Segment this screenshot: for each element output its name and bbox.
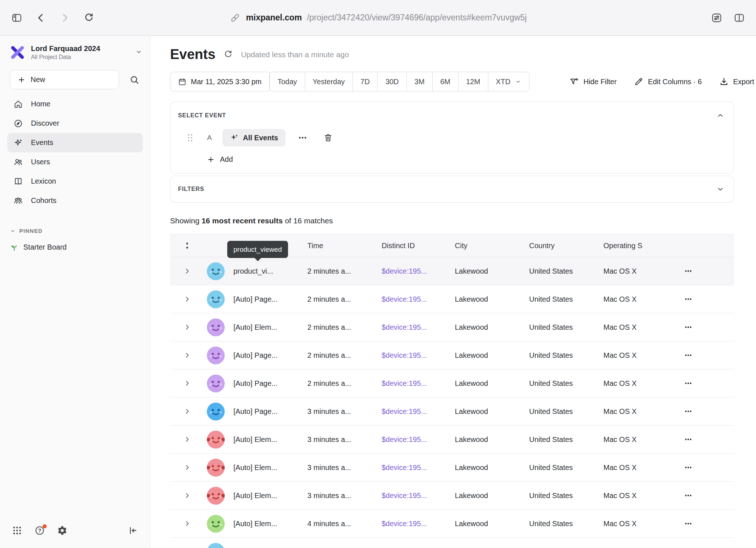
sidebar-item-discover[interactable]: Discover: [7, 114, 143, 133]
table-row[interactable]: [Auto] Elem... 4 minutes a... $device:19…: [170, 510, 734, 538]
distinct-id-link[interactable]: $device:195...: [382, 407, 455, 416]
sidebar-item-lexicon[interactable]: Lexicon: [7, 172, 143, 191]
project-switcher[interactable]: Lord Farquaad 2024 All Project Data: [10, 44, 143, 61]
sidebar-item-events[interactable]: Events: [7, 133, 143, 152]
table-row[interactable]: [170, 538, 734, 548]
settings-gear-icon[interactable]: [57, 525, 68, 536]
distinct-id-link[interactable]: $device:195...: [382, 323, 455, 332]
delete-event-icon[interactable]: [323, 132, 334, 143]
help-icon[interactable]: ?: [34, 525, 45, 536]
expand-row-icon[interactable]: [182, 266, 192, 276]
row-more-icon[interactable]: [682, 322, 694, 333]
row-more-icon[interactable]: [682, 406, 694, 417]
expand-row-icon[interactable]: [182, 463, 192, 472]
distinct-id-link[interactable]: $device:195...: [382, 295, 455, 304]
distinct-id-link[interactable]: $device:195...: [382, 435, 455, 444]
new-button[interactable]: New: [10, 70, 119, 89]
expand-row-icon[interactable]: [182, 351, 192, 360]
expand-row-icon[interactable]: [182, 519, 192, 528]
add-event-button[interactable]: Add: [207, 155, 233, 164]
collapse-sidebar-icon[interactable]: [127, 525, 138, 536]
range-button-3m[interactable]: 3M: [406, 72, 433, 91]
row-more-icon[interactable]: [682, 434, 694, 445]
sparkle-icon: [13, 138, 23, 148]
browser-sidebar-toggle-icon[interactable]: [11, 12, 23, 24]
expand-row-icon[interactable]: [182, 407, 192, 416]
os-cell: Mac OS X: [603, 351, 678, 360]
row-more-icon[interactable]: [682, 490, 694, 501]
column-header-time[interactable]: Time: [307, 242, 382, 250]
row-more-icon[interactable]: [682, 350, 694, 361]
avatar: [207, 431, 225, 449]
sidebar-item-home[interactable]: Home: [7, 94, 143, 114]
distinct-id-link[interactable]: $device:195...: [382, 351, 455, 360]
expand-row-icon[interactable]: [182, 379, 192, 388]
range-button-xtd[interactable]: XTD: [488, 72, 529, 91]
event-more-icon[interactable]: [297, 132, 308, 143]
page-settings-icon[interactable]: [711, 12, 722, 24]
table-row[interactable]: [Auto] Elem... 2 minutes a... $device:19…: [170, 313, 734, 341]
expand-row-icon[interactable]: [182, 294, 192, 304]
range-button-yesterday[interactable]: Yesterday: [305, 72, 353, 91]
expand-section-icon[interactable]: [716, 185, 724, 193]
apps-grid-icon[interactable]: [12, 525, 23, 536]
split-view-icon[interactable]: [733, 12, 745, 24]
row-more-icon[interactable]: [682, 518, 694, 529]
distinct-id-link[interactable]: $device:195...: [382, 492, 455, 500]
event-selector-chip[interactable]: All Events: [223, 129, 286, 146]
expand-row-icon[interactable]: [182, 491, 192, 500]
table-row[interactable]: [Auto] Page... 2 minutes a... $device:19…: [170, 285, 734, 313]
table-row[interactable]: [Auto] Page... 2 minutes a... $device:19…: [170, 369, 734, 398]
export-button[interactable]: Export: [719, 77, 754, 86]
row-more-icon[interactable]: [682, 462, 694, 473]
table-row[interactable]: [Auto] Elem... 3 minutes a... $device:19…: [170, 482, 734, 510]
hide-filter-button[interactable]: Hide Filter: [570, 77, 617, 86]
sidebar-item-users[interactable]: Users: [7, 152, 143, 172]
updated-status: Updated less than a minute ago: [241, 50, 349, 59]
address-bar[interactable]: mixpanel.com/project/3472420/view/397469…: [229, 0, 527, 35]
column-header-country[interactable]: Country: [529, 242, 603, 250]
row-more-icon[interactable]: [682, 294, 694, 305]
expand-row-icon[interactable]: [182, 322, 192, 332]
range-button-today[interactable]: Today: [269, 72, 305, 91]
forward-icon[interactable]: [59, 12, 71, 24]
distinct-id-link[interactable]: $device:195...: [382, 267, 455, 275]
table-row[interactable]: [Auto] Page... 2 minutes a... $device:19…: [170, 341, 734, 369]
edit-columns-button[interactable]: Edit Columns · 6: [634, 77, 702, 86]
row-more-icon[interactable]: [682, 378, 694, 389]
os-cell: Mac OS X: [603, 379, 678, 388]
date-picker-button[interactable]: Mar 11, 2025 3:30 pm: [170, 72, 269, 91]
distinct-id-link[interactable]: $device:195...: [382, 463, 455, 472]
event-name-cell: [Auto] Page...: [228, 407, 307, 416]
column-header-city[interactable]: City: [455, 242, 529, 250]
search-button[interactable]: [129, 74, 140, 86]
row-more-icon[interactable]: [682, 266, 694, 277]
back-icon[interactable]: [35, 12, 47, 24]
avatar: [207, 515, 225, 533]
expand-row-icon[interactable]: [182, 435, 192, 444]
column-header-distinct-id[interactable]: Distinct ID: [382, 242, 455, 250]
column-header-os[interactable]: Operating S: [603, 242, 678, 250]
row-more-icon[interactable]: [682, 546, 694, 548]
range-button-7d[interactable]: 7D: [353, 72, 378, 91]
collapse-section-icon[interactable]: [716, 111, 724, 120]
distinct-id-link[interactable]: $device:195...: [382, 520, 455, 528]
range-button-6m[interactable]: 6M: [432, 72, 458, 91]
url-domain: mixpanel.com: [246, 13, 302, 23]
reload-icon[interactable]: [83, 12, 95, 24]
drag-handle-icon[interactable]: [187, 133, 193, 142]
refresh-icon[interactable]: [223, 49, 234, 60]
table-row[interactable]: product_vi... 2 minutes a... $device:195…: [170, 257, 734, 285]
country-cell: United States: [529, 520, 603, 528]
collapse-rows-icon[interactable]: [182, 241, 192, 250]
range-button-12m[interactable]: 12M: [458, 72, 488, 91]
table-row[interactable]: [Auto] Elem... 3 minutes a... $device:19…: [170, 426, 734, 454]
table-row[interactable]: [Auto] Page... 3 minutes a... $device:19…: [170, 398, 734, 426]
pinned-section-header[interactable]: PINNED: [10, 228, 150, 234]
pinned-item-starter-board[interactable]: Starter Board: [10, 243, 150, 251]
table-row[interactable]: [Auto] Elem... 3 minutes a... $device:19…: [170, 454, 734, 482]
avatar: [207, 262, 225, 280]
distinct-id-link[interactable]: $device:195...: [382, 379, 455, 388]
sidebar-item-cohorts[interactable]: Cohorts: [7, 191, 143, 210]
range-button-30d[interactable]: 30D: [377, 72, 407, 91]
